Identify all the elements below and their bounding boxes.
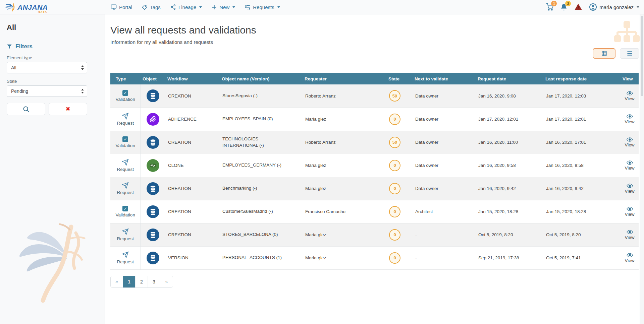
last-response-date-cell: Oct 5, 2019, 8:20 bbox=[543, 223, 621, 246]
nav-item-portal[interactable]: Portal bbox=[111, 4, 132, 10]
alerts-button[interactable] bbox=[574, 3, 582, 11]
eye-icon bbox=[627, 137, 633, 142]
state-cell: 0 bbox=[386, 177, 413, 200]
table-grid-icon bbox=[601, 51, 607, 56]
validation-checkbox-icon bbox=[122, 206, 128, 211]
element-type-select[interactable]: All bbox=[7, 62, 87, 73]
eye-icon bbox=[627, 114, 633, 119]
anjana-watermark bbox=[13, 219, 94, 303]
object-name-cell: CustomerSalesMadrid (-) bbox=[220, 200, 303, 223]
state-cell: 0 bbox=[386, 246, 413, 269]
request-date-cell: Jan 17, 2020, 12:01 bbox=[476, 108, 543, 131]
state-cell: 0 bbox=[386, 154, 413, 177]
type-cell: Request bbox=[110, 246, 141, 269]
chevron-down-icon bbox=[199, 6, 202, 8]
pagination-page-3[interactable]: 3 bbox=[148, 276, 160, 287]
table-row: Validation bbox=[110, 84, 639, 108]
view-cell: View bbox=[621, 154, 639, 177]
view-button[interactable]: View bbox=[625, 114, 634, 124]
search-button[interactable] bbox=[7, 103, 45, 115]
top-navbar: ANJANA DATA Portal Tags Lineage bbox=[0, 0, 644, 14]
pagination-next[interactable]: » bbox=[160, 276, 173, 287]
cart-button[interactable]: 1 bbox=[546, 3, 553, 11]
type-cell: Request bbox=[110, 108, 141, 131]
eye-icon bbox=[627, 183, 633, 188]
view-button[interactable]: View bbox=[625, 253, 634, 263]
object-icon bbox=[147, 182, 159, 195]
vertical-scrollbar[interactable] bbox=[640, 14, 644, 324]
next-to-validate-cell: - bbox=[413, 246, 476, 269]
view-cell: View bbox=[621, 131, 639, 154]
view-cell: View bbox=[621, 177, 639, 200]
brand-logo[interactable]: ANJANA DATA bbox=[5, 2, 55, 12]
requester-cell: Maria glez bbox=[303, 177, 386, 200]
object-cell bbox=[141, 154, 165, 177]
brand-sub: DATA bbox=[38, 11, 47, 14]
view-cell: View bbox=[621, 223, 639, 246]
next-to-validate-cell: Data owner bbox=[413, 84, 476, 108]
object-icon bbox=[147, 205, 159, 218]
state-select-wrap: Pending bbox=[7, 85, 87, 97]
table-row: Validation bbox=[110, 131, 639, 154]
object-icon bbox=[147, 252, 159, 264]
view-button[interactable]: View bbox=[625, 183, 634, 194]
pagination-prev[interactable]: « bbox=[111, 276, 123, 287]
clear-filters-button[interactable]: ✖ bbox=[49, 103, 87, 115]
validation-checkbox-icon bbox=[122, 90, 128, 96]
pagination: « 1 2 3 » bbox=[110, 276, 173, 288]
database-icon bbox=[149, 92, 157, 100]
table-row: Request bbox=[110, 223, 639, 246]
object-cell bbox=[141, 84, 165, 108]
view-button[interactable]: View bbox=[625, 206, 634, 217]
table-view-button[interactable] bbox=[593, 48, 615, 59]
request-date-cell: Sep 21, 2019, 17:38 bbox=[476, 246, 543, 269]
object-cell bbox=[141, 177, 165, 200]
nav-item-tags[interactable]: Tags bbox=[142, 4, 161, 10]
user-avatar-icon bbox=[589, 3, 597, 11]
eye-icon bbox=[627, 230, 633, 235]
last-response-date-cell: Jan 17, 2020, 12:03 bbox=[543, 84, 621, 108]
notifications-button[interactable]: 3 bbox=[560, 3, 568, 11]
request-paper-plane-icon bbox=[122, 159, 129, 166]
object-cell bbox=[141, 246, 165, 269]
object-icon bbox=[147, 136, 159, 149]
nav-item-requests[interactable]: Requests bbox=[245, 4, 280, 10]
sidebar: All Filters Element type All State Pendi… bbox=[0, 14, 105, 324]
view-button[interactable]: View bbox=[625, 137, 634, 147]
view-button[interactable]: View bbox=[625, 91, 634, 101]
workflow-cell: CLONE bbox=[165, 154, 220, 177]
clear-x-icon: ✖ bbox=[65, 106, 70, 113]
view-button[interactable]: View bbox=[625, 230, 634, 240]
view-cell: View bbox=[621, 108, 639, 131]
type-cell: Request bbox=[110, 223, 141, 246]
workflow-cell: CREATION bbox=[165, 200, 220, 223]
nav-item-new[interactable]: New bbox=[211, 4, 235, 10]
state-select[interactable]: Pending bbox=[7, 85, 87, 97]
type-label: Validation bbox=[116, 212, 135, 217]
next-to-validate-cell: Data owner bbox=[413, 108, 476, 131]
view-toggles bbox=[593, 48, 639, 59]
pagination-page-1[interactable]: 1 bbox=[123, 276, 136, 287]
state-cell: 50 bbox=[386, 131, 413, 154]
validation-checkbox-icon bbox=[122, 136, 128, 142]
type-cell: Request bbox=[110, 154, 141, 177]
view-label: View bbox=[625, 142, 634, 147]
col-type: Type bbox=[110, 73, 141, 84]
object-icon bbox=[147, 229, 159, 241]
object-name-cell: EMPLOYEES_GERMANY (-) bbox=[220, 154, 303, 177]
database-icon bbox=[149, 139, 157, 146]
eye-icon bbox=[627, 206, 633, 211]
nav-item-lineage[interactable]: Lineage bbox=[170, 4, 202, 10]
page-subtitle: Information for my all validations and r… bbox=[110, 39, 639, 45]
cart-badge: 1 bbox=[551, 1, 557, 6]
list-view-button[interactable] bbox=[620, 48, 639, 59]
table-row: Request bbox=[110, 246, 639, 269]
element-type-select-wrap: All bbox=[7, 62, 87, 73]
clone-handshake-icon bbox=[149, 162, 157, 169]
user-menu[interactable]: maria gonzalez bbox=[589, 3, 639, 11]
col-object: Object bbox=[141, 73, 165, 84]
scrollbar-thumb[interactable] bbox=[641, 16, 643, 96]
view-button[interactable]: View bbox=[625, 160, 634, 171]
object-icon bbox=[147, 159, 159, 172]
pagination-page-2[interactable]: 2 bbox=[136, 276, 148, 287]
